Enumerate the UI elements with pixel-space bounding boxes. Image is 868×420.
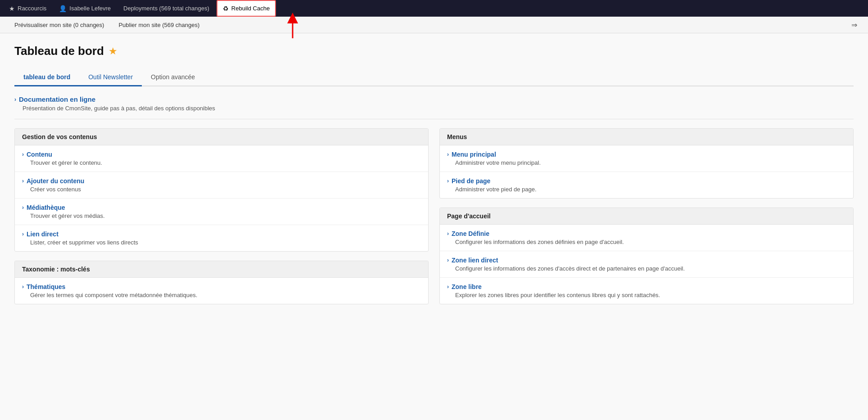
chevron-icon: › [22,284,24,290]
desc-thematiques: Gérer les termes qui composent votre mét… [30,292,421,298]
link-menu-principal[interactable]: › Menu principal [447,151,846,158]
nav-rebuild-cache[interactable]: ♻ Rebuild Cache [217,0,276,17]
section-gestion-contenus: Gestion de vos contenus › Contenu Trouve… [14,128,429,252]
section-taxonomie-header: Taxonomie : mots-clés [15,261,428,278]
chevron-icon: › [22,178,24,184]
doc-link[interactable]: › Documentation en ligne [14,95,854,103]
chevron-icon: › [22,231,24,237]
chevron-right-icon: › [14,96,16,103]
desc-contenu: Trouver et gérer le contenu. [30,159,421,166]
favorite-star-icon[interactable]: ★ [108,45,118,57]
link-zone-lien-direct[interactable]: › Zone lien direct [447,257,846,264]
desc-pied-de-page: Administrer votre pied de page. [455,186,846,193]
expand-icon[interactable]: ⇒ [848,21,861,29]
link-lien-direct[interactable]: › Lien direct [22,230,421,238]
item-zone-libre: › Zone libre Explorer les zones libres p… [440,278,853,304]
section-page-accueil: Page d'accueil › Zone Définie Configurer… [439,208,854,304]
item-menu-principal: › Menu principal Administrer votre menu … [440,145,853,172]
section-menus-body: › Menu principal Administrer votre menu … [440,145,853,198]
item-mediatheque: › Médiathèque Trouver et gérer vos média… [15,199,428,225]
chevron-icon: › [447,284,449,290]
nav-deployments[interactable]: Deployments (569 total changes) [118,0,215,17]
chevron-icon: › [447,151,449,158]
section-gestion-header: Gestion de vos contenus [15,129,428,145]
link-thematiques[interactable]: › Thématiques [22,283,421,290]
item-contenu: › Contenu Trouver et gérer le contenu. [15,145,428,172]
item-ajouter-contenu: › Ajouter du contenu Créer vos contenus [15,172,428,199]
link-ajouter-contenu[interactable]: › Ajouter du contenu [22,177,421,185]
desc-lien-direct: Lister, créer et supprimer vos liens dir… [30,239,421,246]
rebuild-icon: ♻ [223,5,229,12]
tabs-row: tableau de bord Outil Newsletter Option … [14,69,854,86]
secondary-nav: Prévisualiser mon site (0 changes) Publi… [0,17,868,33]
star-icon: ★ [9,5,15,12]
documentation-section: › Documentation en ligne Présentation de… [14,95,854,119]
chevron-icon: › [447,257,449,263]
link-contenu[interactable]: › Contenu [22,151,421,158]
desc-menu-principal: Administrer votre menu principal. [455,159,846,166]
section-menus-header: Menus [440,129,853,145]
section-page-accueil-header: Page d'accueil [440,208,853,225]
chevron-icon: › [22,204,24,211]
section-menus: Menus › Menu principal Administrer votre… [439,128,854,199]
doc-desc: Présentation de CmonSite, guide pas à pa… [23,105,854,112]
item-zone-definie: › Zone Définie Configurer les informatio… [440,225,853,251]
desc-zone-libre: Explorer les zones libres pour identifie… [455,292,846,298]
item-lien-direct: › Lien direct Lister, créer et supprimer… [15,225,428,251]
item-pied-de-page: › Pied de page Administrer votre pied de… [440,172,853,198]
user-icon: 👤 [59,5,67,12]
link-pied-de-page[interactable]: › Pied de page [447,177,846,185]
desc-ajouter-contenu: Créer vos contenus [30,186,421,193]
publier-button[interactable]: Publier mon site (569 changes) [111,18,207,32]
item-thematiques: › Thématiques Gérer les termes qui compo… [15,278,428,304]
tab-outil-newsletter[interactable]: Outil Newsletter [79,69,142,86]
section-gestion-body: › Contenu Trouver et gérer le contenu. ›… [15,145,428,251]
desc-zone-lien-direct: Configurer les informations des zones d'… [455,265,846,272]
tab-tableau-de-bord[interactable]: tableau de bord [14,69,79,86]
previsualiser-button[interactable]: Prévisualiser mon site (0 changes) [7,18,111,32]
desc-mediatheque: Trouver et gérer vos médias. [30,212,421,219]
chevron-icon: › [447,178,449,184]
nav-raccourcis[interactable]: ★ Raccourcis [4,0,52,17]
main-content: Tableau de bord ★ tableau de bord Outil … [0,33,868,420]
item-zone-lien-direct: › Zone lien direct Configurer les inform… [440,251,853,278]
chevron-icon: › [447,230,449,237]
desc-zone-definie: Configurer les informations des zones dé… [455,239,846,245]
left-column: Gestion de vos contenus › Contenu Trouve… [14,128,429,313]
chevron-icon: › [22,151,24,158]
top-nav: ★ Raccourcis 👤 Isabelle Lefevre Deployme… [0,0,868,17]
two-col-layout: Gestion de vos contenus › Contenu Trouve… [14,128,854,313]
link-zone-libre[interactable]: › Zone libre [447,283,846,290]
section-page-accueil-body: › Zone Définie Configurer les informatio… [440,225,853,304]
page-title-row: Tableau de bord ★ [14,44,854,58]
right-column: Menus › Menu principal Administrer votre… [439,128,854,313]
section-taxonomie-body: › Thématiques Gérer les termes qui compo… [15,278,428,304]
link-zone-definie[interactable]: › Zone Définie [447,230,846,237]
page-title: Tableau de bord [14,44,104,58]
tab-option-avancee[interactable]: Option avancée [142,69,204,86]
link-mediatheque[interactable]: › Médiathèque [22,204,421,211]
section-taxonomie: Taxonomie : mots-clés › Thématiques Gére… [14,261,429,304]
nav-isabelle[interactable]: 👤 Isabelle Lefevre [54,0,116,17]
